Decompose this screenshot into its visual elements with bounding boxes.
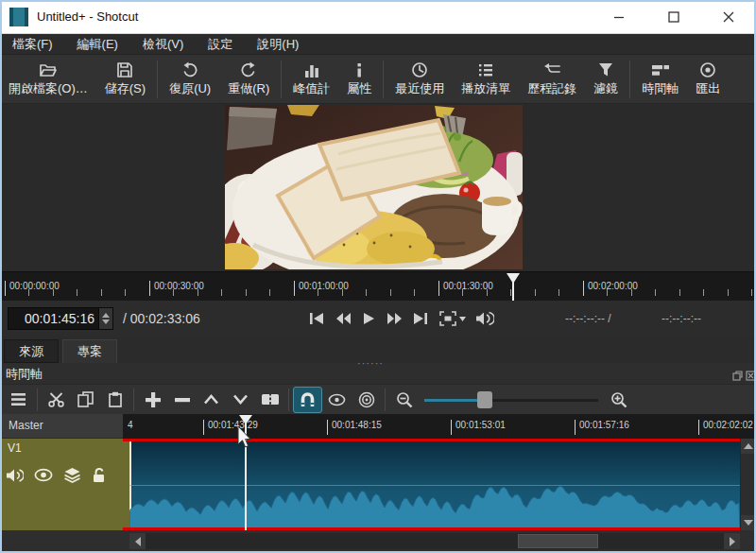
copy-icon <box>77 391 94 407</box>
magnet-icon <box>300 392 316 407</box>
triangle-up-icon <box>744 443 753 449</box>
timecode-input[interactable]: 00:01:45:16 <box>8 307 113 330</box>
paste-clipboard-icon <box>108 391 123 407</box>
save-button[interactable]: 儲存(S) <box>96 57 154 102</box>
export-button[interactable]: 匯出 <box>687 57 729 102</box>
close-button[interactable] <box>701 0 756 34</box>
chevron-down-icon <box>232 393 249 406</box>
menu-view[interactable]: 檢視(V) <box>130 34 196 55</box>
copy-button[interactable] <box>71 387 100 413</box>
maximize-button[interactable] <box>646 0 701 34</box>
selected-clip[interactable] <box>129 441 740 528</box>
composite-layers-icon[interactable] <box>63 467 81 483</box>
vertical-scrollbar[interactable] <box>741 439 756 530</box>
horizontal-scrollbar-row <box>0 530 756 553</box>
recent-button[interactable]: 最近使用 <box>387 57 453 102</box>
timeline-ruler[interactable]: 4 00:01:43:29 00:01:48:15 00:01:53:01 00… <box>123 414 756 439</box>
triangle-down-icon <box>744 520 753 526</box>
preview-ruler[interactable]: 00:00:00:00 00:00:30:00 00:01:00:00 00:0… <box>0 271 756 301</box>
history-button[interactable]: 歷程記錄 <box>519 57 585 102</box>
open-file-button[interactable]: 開啟檔案(O)… <box>0 57 96 102</box>
toolbar-separator <box>37 389 38 411</box>
horizontal-scrollbar[interactable] <box>129 533 740 549</box>
master-track-head[interactable]: Master <box>0 414 123 439</box>
lock-track-icon[interactable] <box>92 467 107 483</box>
video-preview <box>225 105 523 269</box>
scroll-up-button[interactable] <box>741 439 756 454</box>
filters-button[interactable]: 濾鏡 <box>585 57 627 102</box>
lift-button[interactable] <box>197 387 226 413</box>
zoom-out-button[interactable] <box>389 387 419 413</box>
dock-splitter-handle[interactable]: ······ <box>357 357 384 369</box>
horizontal-scroll-thumb[interactable] <box>518 534 598 548</box>
current-timecode[interactable]: 00:01:45:16 <box>9 311 98 326</box>
volume-button[interactable] <box>472 306 497 331</box>
ripple-delete-button[interactable] <box>167 387 197 413</box>
scroll-left-button[interactable] <box>129 533 146 549</box>
toolbar-separator <box>629 60 630 98</box>
v1-track-head[interactable]: V1 <box>0 439 129 530</box>
selected-duration-timecode: --:--:--:-- <box>662 312 701 325</box>
play-button[interactable] <box>356 306 381 331</box>
ruler-tick: 00:02:02:02 <box>698 420 753 435</box>
minimize-button[interactable] <box>592 0 646 34</box>
tab-source[interactable]: 來源 <box>4 339 59 363</box>
spin-up-icon[interactable] <box>102 313 110 318</box>
scrub-while-dragging-button[interactable] <box>322 387 352 413</box>
timeline-menu-button[interactable] <box>4 387 33 413</box>
hide-track-icon[interactable] <box>34 468 53 482</box>
snap-toggle-button[interactable] <box>293 387 322 413</box>
timeline-panel-title: 時間軸 <box>6 366 43 383</box>
menu-file[interactable]: 檔案(F) <box>0 34 65 55</box>
skip-previous-button[interactable] <box>304 306 329 331</box>
cut-button[interactable] <box>42 387 71 413</box>
paste-button[interactable] <box>100 387 129 413</box>
preview-playhead-stem <box>512 282 514 301</box>
zoom-in-button[interactable] <box>604 387 633 413</box>
menu-bar: 檔案(F) 編輯(E) 檢視(V) 設定 說明(H) <box>0 34 756 55</box>
save-icon <box>116 61 133 78</box>
ruler-tick: 00:00:30:00 <box>149 281 204 296</box>
history-icon <box>542 61 561 78</box>
split-button[interactable] <box>255 387 284 413</box>
append-button[interactable] <box>138 387 167 413</box>
menu-settings[interactable]: 設定 <box>196 34 245 55</box>
menu-edit[interactable]: 編輯(E) <box>65 34 130 55</box>
peak-meter-button[interactable]: 峰值計 <box>284 57 338 102</box>
rewind-button[interactable] <box>331 306 355 331</box>
redo-button[interactable]: 重做(R) <box>219 57 278 102</box>
split-clip-icon <box>261 392 280 406</box>
tab-project[interactable]: 專案 <box>62 339 117 363</box>
undo-button[interactable]: 復原(U) <box>161 57 219 102</box>
timecode-spinner[interactable] <box>98 308 112 329</box>
fast-forward-button[interactable] <box>382 306 406 331</box>
v1-track-name: V1 <box>8 441 22 455</box>
close-panel-button[interactable] <box>746 368 756 385</box>
float-panel-button[interactable] <box>732 368 743 385</box>
properties-icon <box>352 61 366 78</box>
timeline-zoom-slider[interactable] <box>424 387 598 413</box>
toolbar-separator <box>288 389 289 411</box>
transport-bar: 00:01:45:16 / 00:02:33:06 --:--:--:-- / … <box>0 301 756 337</box>
triangle-left-icon <box>135 537 141 546</box>
playlist-icon <box>477 61 494 78</box>
menu-help[interactable]: 說明(H) <box>245 34 311 55</box>
properties-button[interactable]: 屬性 <box>338 57 380 102</box>
playlist-button[interactable]: 播放清單 <box>453 57 519 102</box>
zoom-slider-thumb[interactable] <box>477 391 492 408</box>
in-out-timecode: --:--:--:-- / <box>565 312 611 325</box>
timeline-panel-header: ······ 時間軸 <box>0 363 756 384</box>
skip-next-button[interactable] <box>408 306 433 331</box>
ripple-all-tracks-button[interactable] <box>352 387 381 413</box>
overwrite-button[interactable] <box>226 387 255 413</box>
plus-icon <box>145 391 162 408</box>
spin-down-icon[interactable] <box>102 320 110 324</box>
in-out-selection-button[interactable] <box>437 306 469 331</box>
mute-track-icon[interactable] <box>6 468 24 483</box>
scroll-down-button[interactable] <box>741 515 756 530</box>
scroll-right-button[interactable] <box>724 533 740 549</box>
open-folder-icon <box>39 61 58 78</box>
ruler-tick: 00:01:00:00 <box>294 281 349 296</box>
timeline-button[interactable]: 時間軸 <box>633 57 687 102</box>
ruler-tick: 00:01:57:16 <box>575 420 629 435</box>
